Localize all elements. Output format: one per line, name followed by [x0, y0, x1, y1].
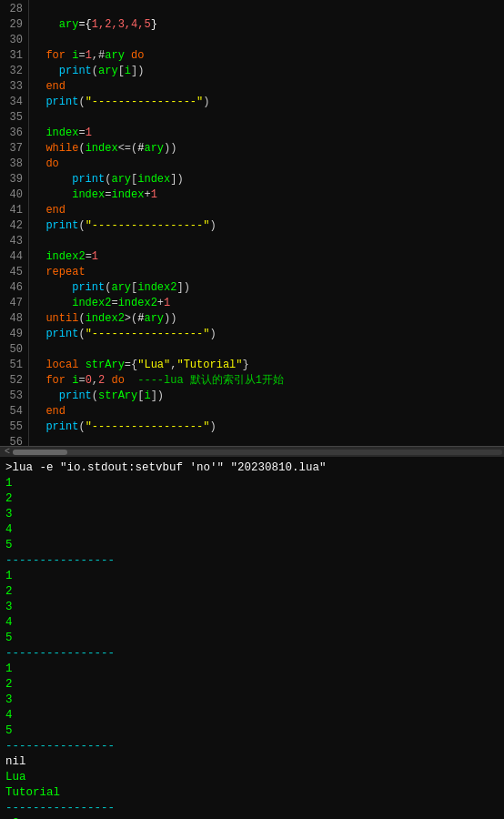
terminal-output-line: 4	[5, 708, 499, 723]
code-line	[33, 2, 500, 17]
terminal-output-line: 1	[5, 662, 499, 677]
code-line: index2=1	[33, 249, 500, 265]
terminal-output-line: 2	[5, 491, 499, 507]
terminal-output-line: 2	[5, 677, 499, 693]
code-line: index=1	[33, 126, 500, 141]
code-line	[33, 33, 500, 48]
terminal-output-line: 3	[5, 507, 499, 522]
code-line: while(index<=(#ary))	[33, 141, 500, 157]
code-line: end	[33, 203, 500, 218]
chevron-left-icon: <	[2, 447, 13, 457]
code-line: print(ary[index2])	[33, 280, 500, 296]
terminal: >lua -e "io.stdout:setvbuf 'no'" "202308…	[0, 457, 504, 819]
terminal-output-line: 1	[5, 476, 499, 491]
code-line: print(ary[i])	[33, 64, 500, 79]
terminal-command: >lua -e "io.stdout:setvbuf 'no'" "202308…	[5, 460, 499, 476]
code-line: for i=1,#ary do	[33, 48, 500, 64]
code-line: print(strAry[i])	[33, 389, 500, 404]
terminal-output-line: 5	[5, 631, 499, 646]
terminal-separator: ----------------	[5, 739, 499, 754]
code-line	[33, 342, 500, 358]
terminal-output-line: 3	[5, 693, 499, 708]
terminal-output-line: 4	[5, 522, 499, 538]
terminal-output-line: Tutorial	[5, 785, 499, 801]
code-line	[33, 234, 500, 249]
terminal-output-line: 5	[5, 538, 499, 553]
terminal-output-line: Lua	[5, 770, 499, 785]
code-line: index2=index2+1	[33, 296, 500, 311]
code-line	[33, 435, 500, 446]
terminal-output-line: nil	[5, 754, 499, 770]
code-line: print("-----------------")	[33, 218, 500, 234]
code-line: until(index2>(#ary))	[33, 311, 500, 327]
terminal-output-line: 1	[5, 569, 499, 584]
code-line: repeat	[33, 265, 500, 280]
code-line: print("-----------------")	[33, 420, 500, 435]
scrollbar-area[interactable]: <	[0, 446, 504, 457]
scrollbar-thumb[interactable]	[13, 450, 67, 455]
code-line: do	[33, 157, 500, 172]
terminal-separator: ----------------	[5, 646, 499, 662]
terminal-output-line: 2	[5, 584, 499, 600]
terminal-output-line: 5	[5, 723, 499, 739]
terminal-output-line: 4	[5, 615, 499, 631]
code-line: index=index+1	[33, 187, 500, 203]
code-editor: 28 29 30 31 32 33 34 35 36 37 38 39 40 4…	[0, 0, 504, 446]
code-line: print(ary[index])	[33, 172, 500, 187]
code-line: end	[33, 79, 500, 95]
terminal-separator: ----------------	[5, 801, 499, 816]
line-numbers: 28 29 30 31 32 33 34 35 36 37 38 39 40 4…	[0, 0, 29, 446]
code-line: print("-----------------")	[33, 327, 500, 342]
code-line	[33, 110, 500, 126]
terminal-output-line: 3	[5, 600, 499, 615]
terminal-separator: ----------------	[5, 553, 499, 569]
code-line: ary={1,2,3,4,5}	[33, 17, 500, 33]
code-lines: ary={1,2,3,4,5} for i=1,#ary do print(ar…	[29, 0, 504, 446]
scrollbar-track[interactable]	[13, 450, 502, 455]
code-line: print("----------------")	[33, 95, 500, 110]
code-line: end	[33, 404, 500, 420]
code-line: local strAry={"Lua","Tutorial"}	[33, 358, 500, 373]
code-line: for i=0,2 do ----lua 默认的索引从1开始	[33, 373, 500, 389]
